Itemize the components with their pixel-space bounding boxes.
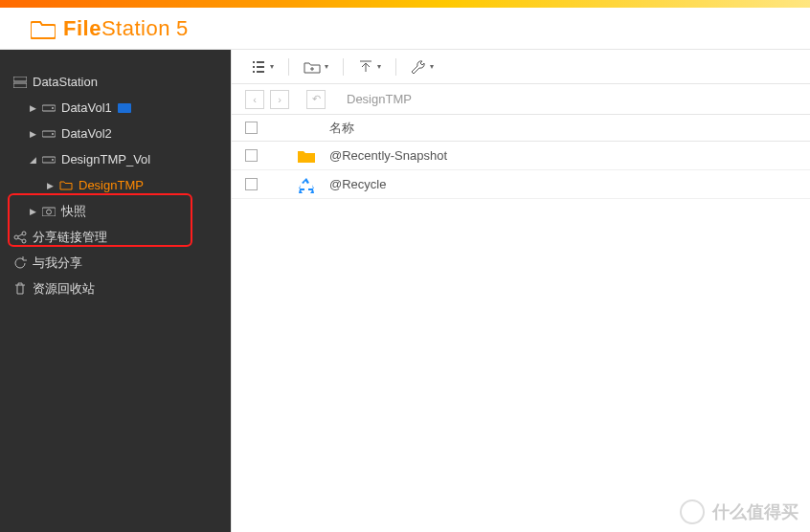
svg-point-12 (22, 239, 26, 243)
tree-item-designtmp-vol[interactable]: ◢ DesignTMP_Vol (0, 146, 231, 172)
file-name: @Recently-Snapshot (329, 148, 810, 163)
tree-item-datavol2[interactable]: ▶ DataVol2 (0, 121, 231, 146)
select-all-checkbox[interactable] (245, 122, 258, 134)
tree-label: DataVol2 (61, 126, 112, 141)
new-folder-button[interactable]: ▾ (298, 56, 334, 78)
svg-point-11 (22, 232, 26, 235)
folder-icon (297, 148, 329, 164)
content-pane: ▾ ▾ ▾ ▾ ‹ › ↶ DesignTMP (231, 50, 810, 532)
folder-icon (57, 180, 75, 190)
file-row[interactable]: @Recycle (232, 170, 810, 199)
accent-bar (0, 0, 810, 8)
sidebar-item-shared-with-me[interactable]: 与我分享 (0, 250, 231, 276)
separator (395, 58, 396, 76)
refresh-icon (11, 256, 29, 270)
separator (343, 58, 344, 76)
nav-forward-button[interactable]: › (270, 90, 289, 109)
column-header-name[interactable]: 名称 (329, 120, 810, 137)
list-header: 名称 (232, 115, 810, 142)
row-checkbox[interactable] (245, 178, 258, 190)
chevron-down-icon: ▾ (270, 62, 274, 71)
nav-undo-button[interactable]: ↶ (306, 90, 326, 109)
chevron-down-icon: ▾ (377, 62, 381, 71)
tree-label: 与我分享 (33, 255, 82, 272)
tree-label: 资源回收站 (33, 280, 95, 298)
tree-item-snapshot[interactable]: ▶ 快照 (0, 198, 231, 224)
tree-item-designtmp[interactable]: ▶ DesignTMP (0, 172, 231, 198)
app-header: FileStation5 (0, 8, 810, 50)
new-folder-icon (304, 60, 321, 74)
expand-icon[interactable]: ▶ (27, 103, 38, 113)
upload-icon (358, 60, 373, 74)
svg-point-7 (52, 159, 54, 161)
svg-rect-8 (42, 208, 56, 216)
tree-label: DesignTMP (79, 178, 144, 192)
brand-version: 5 (176, 16, 189, 40)
file-name: @Recycle (329, 177, 810, 191)
brand-bold: File (63, 16, 101, 40)
expand-icon[interactable]: ▶ (44, 181, 56, 190)
sidebar: DataStation ▶ DataVol1 ▶ DataVol2 ◢ Desi… (0, 50, 231, 532)
drive-icon (40, 155, 57, 165)
svg-point-9 (47, 210, 52, 214)
folder-icon (31, 18, 56, 39)
recycle-icon (297, 176, 329, 193)
view-mode-button[interactable]: ▾ (245, 56, 280, 78)
upload-button[interactable]: ▾ (352, 56, 387, 78)
list-icon (251, 60, 266, 74)
tree-label: 分享链接管理 (33, 229, 107, 246)
storage-icon (11, 77, 29, 88)
wrench-icon (411, 59, 426, 75)
camera-icon (40, 206, 57, 216)
tree-root-datastation[interactable]: DataStation (0, 69, 231, 95)
tree-label: DataVol1 (61, 100, 112, 115)
svg-point-3 (52, 107, 54, 109)
toolbar: ▾ ▾ ▾ ▾ (232, 50, 810, 84)
collapse-icon[interactable]: ◢ (27, 155, 38, 165)
svg-point-10 (14, 235, 18, 239)
separator (288, 58, 289, 76)
sidebar-item-recycle-bin[interactable]: 资源回收站 (0, 276, 231, 301)
svg-rect-1 (13, 83, 27, 88)
file-row[interactable]: @Recently-Snapshot (232, 142, 810, 170)
share-icon (11, 231, 29, 244)
trash-icon (11, 282, 29, 296)
sidebar-item-share-links[interactable]: 分享链接管理 (0, 224, 231, 250)
tree-label: DataStation (33, 75, 98, 89)
drive-icon (40, 129, 57, 139)
badge-icon (118, 103, 131, 113)
drive-icon (40, 103, 57, 113)
tree-item-datavol1[interactable]: ▶ DataVol1 (0, 95, 231, 121)
brand-light: Station (101, 16, 170, 40)
expand-icon[interactable]: ▶ (27, 129, 38, 139)
app-logo: FileStation5 (31, 16, 189, 41)
svg-point-5 (52, 133, 54, 135)
chevron-down-icon: ▾ (430, 62, 434, 71)
tree-label: 快照 (61, 203, 86, 220)
chevron-down-icon: ▾ (325, 62, 328, 71)
expand-icon[interactable]: ▶ (27, 207, 38, 216)
row-checkbox[interactable] (245, 149, 258, 162)
tree-label: DesignTMP_Vol (61, 152, 150, 166)
tools-button[interactable]: ▾ (405, 55, 439, 78)
nav-back-button[interactable]: ‹ (245, 90, 264, 109)
breadcrumb-path[interactable]: DesignTMP (347, 92, 412, 106)
svg-rect-0 (13, 77, 27, 81)
breadcrumb-bar: ‹ › ↶ DesignTMP (232, 84, 810, 115)
